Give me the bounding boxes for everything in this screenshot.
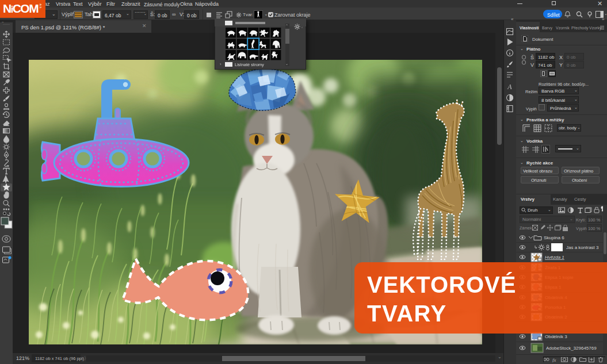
svg-text:Obdélník 3: Obdélník 3 [545,334,567,339]
svg-text:AdobeStock_329645769: AdobeStock_329645769 [546,346,597,351]
svg-text:fx: fx [552,357,556,363]
svg-text:Skupina 6: Skupina 6 [544,235,564,240]
svg-text:A: A [507,83,512,91]
svg-text:Hvězda 1: Hvězda 1 [545,255,564,260]
svg-text:Jas a kontrast 3: Jas a kontrast 3 [566,245,599,250]
